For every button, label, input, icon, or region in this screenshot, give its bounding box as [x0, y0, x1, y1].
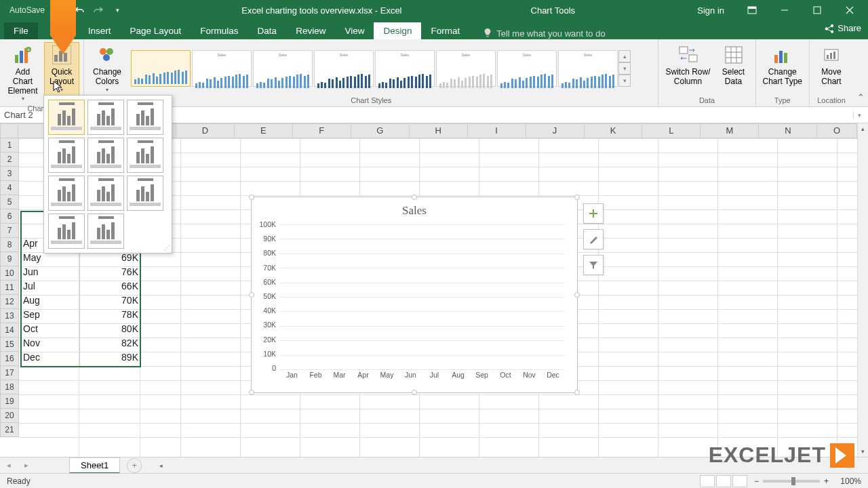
column-header-I[interactable]: I — [468, 123, 526, 138]
row-header-10[interactable]: 10 — [0, 266, 19, 281]
zoom-value[interactable]: 100% — [833, 476, 861, 486]
chart-styles-gallery[interactable]: SalesSalesSalesSalesSalesSalesSales ▴ ▾ … — [129, 42, 654, 95]
chart-style-5[interactable]: Sales — [375, 50, 435, 87]
column-header-N[interactable]: N — [759, 123, 817, 138]
tab-data[interactable]: Data — [248, 22, 287, 39]
data-row[interactable]: Aug70K — [20, 295, 141, 309]
page-break-view-button[interactable] — [732, 475, 747, 487]
tab-view[interactable]: View — [335, 22, 374, 39]
column-header-J[interactable]: J — [526, 123, 585, 138]
select-all-corner[interactable] — [0, 123, 18, 138]
column-header-L[interactable]: L — [642, 123, 701, 138]
gallery-scroll-down[interactable]: ▾ — [618, 62, 631, 75]
tab-file[interactable]: File — [4, 22, 38, 39]
signin-button[interactable]: Sign in — [686, 5, 735, 16]
row-header-14[interactable]: 14 — [0, 323, 19, 338]
data-row[interactable]: Jul66K — [20, 281, 141, 295]
chart-title[interactable]: Sales — [252, 197, 577, 220]
row-header-5[interactable]: 5 — [0, 195, 19, 209]
column-header-D[interactable]: D — [176, 123, 235, 138]
row-header-4[interactable]: 4 — [0, 181, 19, 195]
popup-resize-handle[interactable]: ⋰ — [164, 245, 170, 251]
zoom-out-button[interactable]: − — [754, 476, 759, 486]
row-header-20[interactable]: 20 — [0, 409, 19, 423]
chart-handle-nw[interactable] — [249, 195, 254, 200]
column-header-M[interactable]: M — [701, 123, 759, 138]
share-button[interactable]: Share — [824, 23, 861, 33]
row-header-6[interactable]: 6 — [0, 209, 19, 224]
sheet-tab-sheet1[interactable]: Sheet1 — [69, 458, 120, 474]
quick-layout-option[interactable] — [127, 100, 163, 135]
maximize-icon[interactable] — [802, 0, 833, 20]
quick-layout-option[interactable] — [48, 176, 85, 211]
select-data-button[interactable]: Select Data — [716, 42, 751, 95]
zoom-slider[interactable] — [763, 480, 820, 483]
row-header-17[interactable]: 17 — [0, 366, 19, 380]
row-header-9[interactable]: 9 — [0, 252, 19, 266]
chart-handle-e[interactable] — [574, 292, 580, 298]
autosave-toggle[interactable]: AutoSave — [4, 5, 50, 15]
close-icon[interactable] — [834, 0, 865, 20]
chart-handle-se[interactable] — [574, 390, 580, 395]
data-row[interactable]: Nov82K — [20, 338, 141, 352]
change-chart-type-button[interactable]: Change Chart Type — [760, 42, 805, 95]
redo-icon[interactable] — [90, 2, 107, 18]
chart-style-7[interactable]: Sales — [497, 50, 557, 87]
chart-style-4[interactable]: Sales — [314, 50, 374, 87]
quick-layout-option[interactable] — [127, 176, 163, 211]
chart-elements-button[interactable] — [583, 203, 604, 224]
row-header-11[interactable]: 11 — [0, 281, 19, 295]
add-sheet-button[interactable]: + — [127, 458, 142, 473]
row-header-21[interactable]: 21 — [0, 423, 19, 437]
add-chart-element-button[interactable]: + Add Chart Element▾ — [4, 42, 41, 103]
gallery-scroll-up[interactable]: ▴ — [618, 50, 631, 62]
chart-style-3[interactable]: Sales — [253, 50, 313, 87]
data-row[interactable]: Dec89K — [20, 352, 141, 366]
vertical-scrollbar[interactable]: ▴ ▾ — [857, 123, 868, 457]
column-header-E[interactable]: E — [235, 123, 293, 138]
scroll-left-icon[interactable]: ◂ — [155, 460, 166, 471]
row-header-12[interactable]: 12 — [0, 295, 19, 309]
chart-handle-s[interactable] — [412, 390, 417, 395]
tab-format[interactable]: Format — [421, 22, 469, 39]
chart-handle-sw[interactable] — [249, 390, 254, 395]
formula-input[interactable] — [81, 114, 853, 117]
normal-view-button[interactable] — [700, 475, 715, 487]
quick-layout-option[interactable] — [127, 138, 163, 173]
tell-me-search[interactable]: Tell me what you want to do — [483, 28, 605, 39]
zoom-in-button[interactable]: + — [824, 476, 829, 486]
chart-plot-area[interactable] — [280, 224, 565, 368]
chart-style-2[interactable]: Sales — [192, 50, 252, 87]
tab-formulas[interactable]: Formulas — [191, 22, 248, 39]
row-header-15[interactable]: 15 — [0, 338, 19, 352]
sheet-nav-next[interactable]: ▸ — [18, 461, 35, 470]
switch-row-column-button[interactable]: Switch Row/ Column — [663, 42, 713, 95]
row-header-19[interactable]: 19 — [0, 394, 19, 409]
column-header-O[interactable]: O — [817, 123, 857, 138]
column-header-F[interactable]: F — [293, 123, 351, 138]
formula-bar-expand-icon[interactable]: ▾ — [853, 112, 865, 119]
chart-style-1[interactable] — [131, 50, 191, 87]
chart-style-8[interactable]: Sales — [558, 50, 618, 87]
chart-filters-button[interactable] — [583, 255, 604, 275]
tab-design[interactable]: Design — [374, 22, 421, 39]
row-header-3[interactable]: 3 — [0, 167, 19, 181]
row-header-13[interactable]: 13 — [0, 309, 19, 323]
data-row[interactable]: May69K — [20, 252, 141, 266]
chart-handle-n[interactable] — [412, 195, 417, 200]
data-row[interactable]: Oct80K — [20, 323, 141, 338]
gallery-expand[interactable]: ▾ — [618, 75, 631, 87]
quick-layout-option[interactable] — [48, 100, 85, 135]
row-header-2[interactable]: 2 — [0, 152, 19, 167]
data-row[interactable]: Sep78K — [20, 309, 141, 323]
minimize-icon[interactable] — [769, 0, 800, 20]
column-header-H[interactable]: H — [410, 123, 468, 138]
quick-layout-option[interactable] — [87, 100, 124, 135]
change-colors-button[interactable]: Change Colors▾ — [88, 42, 126, 95]
scroll-up-icon[interactable]: ▴ — [858, 123, 868, 134]
quick-layout-option[interactable] — [48, 138, 85, 173]
row-header-16[interactable]: 16 — [0, 352, 19, 366]
move-chart-button[interactable]: Move Chart — [814, 42, 849, 95]
qat-customize-icon[interactable]: ▾ — [108, 2, 126, 18]
row-header-7[interactable]: 7 — [0, 224, 19, 238]
